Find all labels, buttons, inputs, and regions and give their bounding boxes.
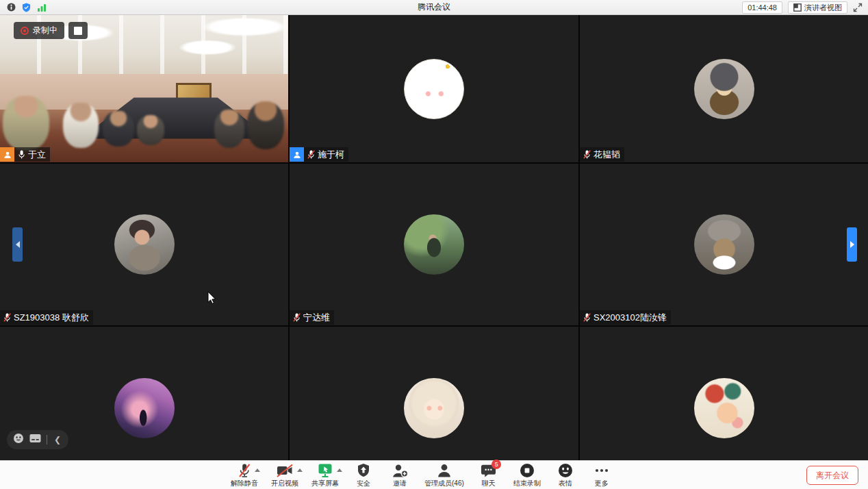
fullscreen-icon[interactable] <box>853 3 863 12</box>
chevron-right-icon <box>850 241 854 248</box>
toolbar-item-label: 表情 <box>559 479 572 488</box>
share-screen-icon <box>317 463 333 478</box>
start-video-button[interactable]: 开启视频 <box>271 463 298 488</box>
camera-off-icon <box>276 463 294 478</box>
toolbar-item-label: 开启视频 <box>271 479 298 488</box>
mic-muted-icon <box>583 149 591 160</box>
speaker-view-label: 演讲者视图 <box>804 3 842 12</box>
mic-muted-icon <box>307 149 316 160</box>
chevron-up-icon[interactable] <box>337 468 342 472</box>
participant-avatar <box>404 59 464 119</box>
leave-meeting-button[interactable]: 离开会议 <box>806 466 858 485</box>
member-badge-icon <box>290 147 304 162</box>
mic-muted-icon <box>3 312 12 323</box>
mic-on-icon <box>17 149 26 160</box>
record-dot-icon <box>21 27 29 35</box>
toolbar-item-label: 聊天 <box>482 479 496 488</box>
video-tile[interactable]: 录制中 于立 <box>0 15 288 162</box>
window-title: 腾讯会议 <box>0 1 868 13</box>
participant-label: 施于柯 <box>290 147 348 162</box>
previous-page-arrow[interactable] <box>12 227 23 262</box>
speaker-view-button[interactable]: 演讲者视图 <box>788 1 847 14</box>
participant-label: 宁达维 <box>290 310 334 325</box>
chat-unread-badge: 5 <box>492 460 501 469</box>
mic-muted-icon <box>292 312 301 323</box>
video-tile[interactable]: 宁达维 <box>290 164 578 325</box>
titlebar: 腾讯会议 01:44:48 演讲者视图 <box>0 0 868 15</box>
collapse-pill-chevron[interactable]: ❮ <box>53 436 62 444</box>
mic-muted-icon <box>583 312 591 323</box>
unmute-button[interactable]: 解除静音 <box>231 463 258 488</box>
layout-icon <box>793 3 802 12</box>
recording-status-label: 录制中 <box>33 25 58 36</box>
invite-button[interactable]: 邀请 <box>388 463 411 488</box>
bottom-toolbar: 解除静音 开启视频 共享屏幕 安全 邀请 管理成员 <box>0 460 868 489</box>
network-signal-icon[interactable] <box>37 3 47 12</box>
chevron-up-icon[interactable] <box>255 468 260 472</box>
toolbar-item-label: 管理成员(46) <box>424 479 464 488</box>
recording-indicator: 录制中 <box>14 22 64 39</box>
participant-label: 于立 <box>0 147 50 162</box>
participant-name: SZ1903038 耿舒欣 <box>14 312 89 324</box>
participant-name: 于立 <box>28 149 46 161</box>
participant-name: SX2003102陆汝锋 <box>593 312 667 324</box>
security-button[interactable]: 安全 <box>352 463 375 488</box>
members-button[interactable]: 管理成员(46) <box>424 463 464 488</box>
mic-muted-icon <box>238 463 251 478</box>
members-person-icon <box>437 463 452 478</box>
more-dots-icon <box>593 463 610 478</box>
stop-recording-button[interactable]: 结束录制 <box>513 463 541 488</box>
share-screen-button[interactable]: 共享屏幕 <box>311 463 339 488</box>
reactions-pill: ❮ <box>7 430 68 449</box>
chat-button[interactable]: 5 聊天 <box>477 463 500 488</box>
video-tile[interactable]: SX2003102陆汝锋 <box>580 164 868 325</box>
info-icon[interactable] <box>7 3 16 12</box>
toolbar-item-label: 邀请 <box>393 479 407 488</box>
host-badge-icon <box>0 147 14 162</box>
participant-avatar <box>404 214 464 275</box>
toolbar-item-label: 共享屏幕 <box>311 479 339 488</box>
participant-avatar <box>114 378 175 438</box>
video-tile[interactable]: SZ1903038 耿舒欣 <box>0 164 288 325</box>
participant-avatar <box>694 378 754 438</box>
participant-label: 花韫韬 <box>580 147 624 162</box>
emoji-reaction-icon[interactable] <box>13 433 24 447</box>
video-tile[interactable]: 施于柯 <box>290 15 578 162</box>
protection-shield-icon[interactable] <box>22 3 31 12</box>
participant-label: SZ1903038 耿舒欣 <box>0 310 93 325</box>
video-grid: 录制中 于立 施于柯 花韫韬 SZ1903038 耿舒欣 宁达维 SX20031… <box>0 15 868 489</box>
stop-recording-square-button[interactable] <box>68 22 88 39</box>
meeting-duration: 01:44:48 <box>742 1 782 14</box>
stop-record-icon <box>520 463 535 478</box>
emoji-button[interactable]: 表情 <box>554 463 577 488</box>
toolbar-item-label: 结束录制 <box>513 479 541 488</box>
pill-divider <box>47 435 47 444</box>
meeting-window: 腾讯会议 01:44:48 演讲者视图 <box>0 0 868 489</box>
chevron-left-icon <box>16 241 20 248</box>
next-page-arrow[interactable] <box>847 227 857 262</box>
toolbar-item-label: 更多 <box>595 479 609 488</box>
toolbar-item-label: 解除静音 <box>231 479 258 488</box>
emoji-face-icon <box>558 463 573 478</box>
toolbar-item-label: 安全 <box>357 479 370 488</box>
participant-label: SX2003102陆汝锋 <box>580 310 671 325</box>
invite-person-icon <box>392 463 409 478</box>
more-button[interactable]: 更多 <box>590 463 613 488</box>
participant-avatar <box>694 214 754 275</box>
video-tile[interactable]: 花韫韬 <box>580 15 868 162</box>
chevron-up-icon[interactable] <box>297 468 303 472</box>
security-shield-icon <box>357 463 370 478</box>
captions-icon[interactable] <box>29 434 41 446</box>
participant-avatar <box>404 378 464 438</box>
participant-name: 施于柯 <box>318 149 344 161</box>
participant-name: 宁达维 <box>303 312 330 324</box>
participant-avatar <box>694 59 754 119</box>
stop-square-icon <box>74 27 82 35</box>
participant-name: 花韫韬 <box>593 149 620 161</box>
participant-avatar <box>114 214 175 275</box>
